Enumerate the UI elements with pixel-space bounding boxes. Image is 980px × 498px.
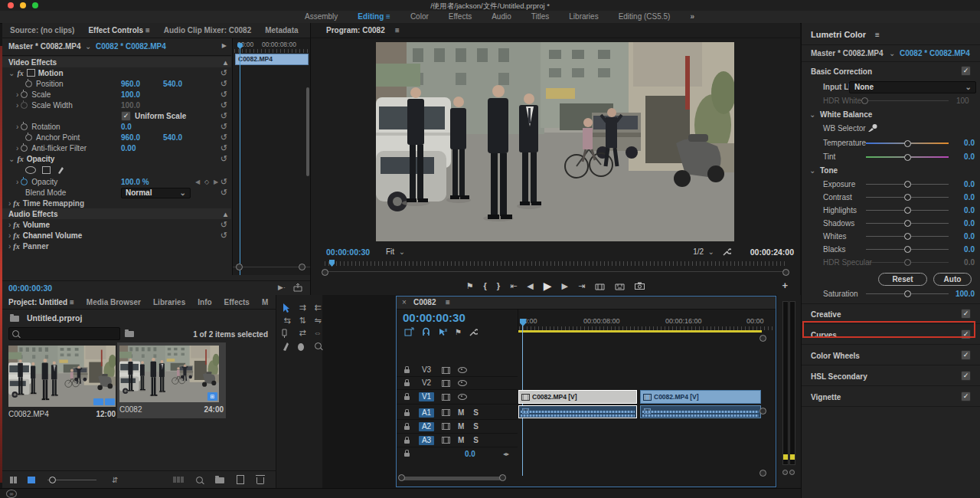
- tab-media-browser[interactable]: Media Browser: [87, 298, 141, 306]
- slide-tool[interactable]: ⇔: [311, 328, 325, 339]
- play-button[interactable]: ▶: [544, 280, 552, 292]
- video-effects-header[interactable]: Video Effects▴: [2, 57, 231, 67]
- stopwatch-icon-active[interactable]: [21, 179, 28, 185]
- program-scroll-handle-right[interactable]: [782, 269, 789, 276]
- reset-icon[interactable]: [220, 100, 227, 110]
- white-balance-section[interactable]: White Balance: [820, 110, 872, 119]
- tab-info[interactable]: Info: [198, 298, 211, 306]
- chevron-right-icon[interactable]: ›: [8, 199, 11, 208]
- tab-project[interactable]: Project: Untitled ≡: [8, 298, 74, 306]
- panel-menu-icon[interactable]: ≡: [70, 298, 74, 306]
- hscroll-handle-left[interactable]: [398, 474, 405, 481]
- nest-sequence-icon[interactable]: [404, 327, 414, 337]
- timeline-tab[interactable]: C0082: [413, 298, 436, 306]
- collapse-icon[interactable]: ▴: [224, 58, 227, 67]
- timeline-ruler[interactable]: 00:00 00:00:08:00 00:00:16:00 00:00: [518, 309, 776, 332]
- chevron-down-icon[interactable]: ⌄: [8, 69, 15, 77]
- auto-button[interactable]: Auto: [933, 273, 972, 286]
- timeline-vscroll-handle-bottom[interactable]: [760, 470, 766, 477]
- sync-lock-icon[interactable]: [442, 409, 450, 416]
- position-y-value[interactable]: 540.0: [163, 80, 182, 88]
- ellipse-mask-icon[interactable]: [25, 166, 36, 174]
- prev-keyframe-icon[interactable]: ◀: [195, 179, 200, 185]
- add-keyframe-icon[interactable]: ◇: [204, 179, 209, 185]
- reset-icon[interactable]: [220, 230, 227, 241]
- reset-button[interactable]: Reset: [878, 273, 927, 286]
- stopwatch-icon[interactable]: [21, 145, 28, 152]
- list-view-icon[interactable]: [10, 477, 17, 483]
- mute-button[interactable]: M: [458, 436, 464, 444]
- tab-audio-clip-mixer[interactable]: Audio Clip Mixer: C0082: [164, 26, 251, 34]
- lock-icon[interactable]: [404, 369, 410, 373]
- goto-out-icon[interactable]: ⇥: [578, 281, 585, 291]
- pen-mask-icon[interactable]: [57, 166, 65, 175]
- work-area-bar[interactable]: [518, 330, 762, 333]
- effect-row-opacity[interactable]: › Opacity 100.0 % ◀ ◇ ▶: [2, 176, 231, 187]
- collapse-icon[interactable]: ▴: [224, 210, 227, 218]
- mark-in-icon[interactable]: {: [484, 281, 487, 290]
- chevron-right-icon[interactable]: ›: [16, 144, 18, 152]
- sync-lock-icon[interactable]: [442, 437, 450, 444]
- zoom-level-dropdown[interactable]: Fit ⌄: [386, 247, 405, 256]
- rect-mask-icon[interactable]: [42, 166, 51, 174]
- reset-icon[interactable]: [220, 121, 227, 132]
- slip-tool[interactable]: ⇄: [296, 328, 309, 339]
- eyedropper-icon[interactable]: [867, 123, 877, 133]
- blend-mode-dropdown[interactable]: Normal ⌄: [121, 188, 191, 198]
- timeline-settings-wrench-icon[interactable]: [469, 328, 478, 337]
- chevron-down-icon[interactable]: ⌄: [85, 42, 91, 51]
- highlights-slider[interactable]: [866, 210, 949, 211]
- slider-thumb[interactable]: [904, 181, 911, 188]
- delete-icon[interactable]: [256, 477, 264, 484]
- sync-lock-icon[interactable]: [442, 380, 450, 387]
- program-timecode[interactable]: 00:00:00:30: [326, 247, 370, 257]
- tab-effects[interactable]: Effects: [224, 298, 250, 306]
- slider-thumb[interactable]: [904, 154, 911, 161]
- project-item-c0082mp4[interactable]: C0082.MP4 12:00: [8, 346, 116, 418]
- tab-source[interactable]: Source: (no clips): [10, 26, 74, 34]
- track-header-v3[interactable]: V3: [397, 364, 518, 377]
- thumbnail-zoom-slider[interactable]: [47, 480, 96, 480]
- slider-thumb[interactable]: [904, 290, 911, 297]
- linked-selection-icon[interactable]: [438, 327, 448, 337]
- track-label-active[interactable]: A1: [419, 408, 434, 418]
- reset-icon[interactable]: [220, 110, 227, 121]
- anti-flicker-value[interactable]: 0.00: [121, 144, 136, 152]
- reset-icon[interactable]: [220, 67, 227, 78]
- shadows-slider[interactable]: [866, 223, 949, 224]
- effect-row-panner[interactable]: › fx Panner: [2, 241, 231, 251]
- chevron-right-icon[interactable]: ›: [16, 178, 18, 186]
- exposure-slider[interactable]: [866, 184, 949, 185]
- contrast-slider[interactable]: [866, 197, 949, 198]
- goto-in-icon[interactable]: ⇤: [510, 281, 517, 291]
- workspace-tab-editing[interactable]: Editing ≡: [358, 12, 390, 21]
- add-marker-icon[interactable]: ⚑: [466, 281, 474, 291]
- button-editor-add-icon[interactable]: +: [782, 280, 788, 291]
- program-ruler[interactable]: [325, 261, 786, 266]
- mini-playhead-line[interactable]: [240, 44, 240, 275]
- link-media-icon[interactable]: ∞: [6, 490, 17, 498]
- blacks-value[interactable]: 0.0: [947, 245, 975, 254]
- workspace-tab-titles[interactable]: Titles: [531, 12, 550, 21]
- hscroll-handle-right[interactable]: [499, 474, 506, 481]
- tone-section[interactable]: Tone: [820, 166, 838, 175]
- saturation-slider[interactable]: [866, 293, 949, 294]
- fit-handles-icon[interactable]: ◂▸: [503, 450, 509, 457]
- chevron-right-icon[interactable]: ›: [8, 221, 11, 229]
- sort-icon[interactable]: ⇵: [112, 476, 118, 484]
- slider-thumb[interactable]: [904, 220, 911, 227]
- effect-row-volume[interactable]: › fx Volume: [2, 219, 231, 230]
- shadows-value[interactable]: 0.0: [947, 219, 975, 228]
- reset-icon[interactable]: [220, 176, 227, 187]
- track-header-a1[interactable]: A1 M S: [397, 406, 518, 420]
- mute-button[interactable]: M: [458, 422, 464, 431]
- step-back-icon[interactable]: ◀: [527, 281, 533, 291]
- toggle-track-output-icon[interactable]: [458, 380, 467, 386]
- effect-row-rotation[interactable]: › Rotation 0.0: [2, 121, 231, 132]
- temperature-value[interactable]: 0.0: [947, 139, 975, 147]
- timeline-vscroll-handle-top[interactable]: [760, 335, 766, 342]
- effect-row-channel-volume[interactable]: › fx Channel Volume: [2, 230, 231, 241]
- panel-menu-icon[interactable]: ≡: [395, 26, 400, 34]
- zoom-tool[interactable]: [315, 342, 322, 349]
- color-wheels-section[interactable]: Color Wheels: [811, 352, 860, 360]
